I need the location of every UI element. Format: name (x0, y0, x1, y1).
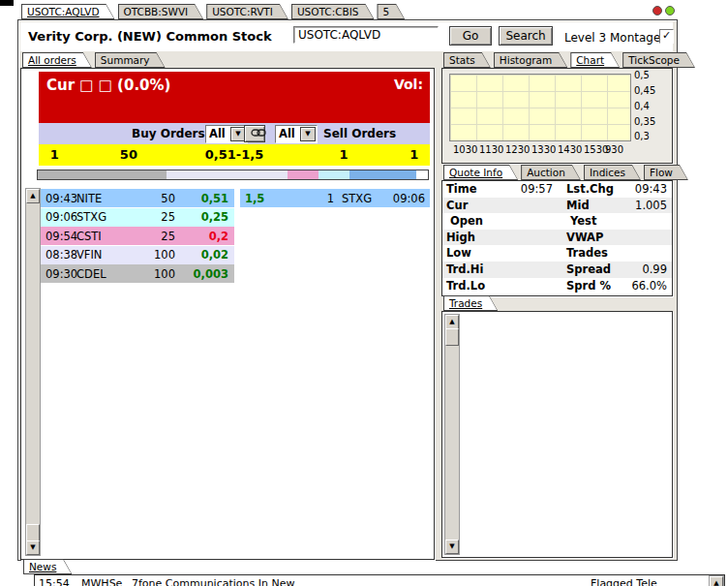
link-icon (251, 128, 266, 138)
scrollbar-thumb[interactable] (445, 328, 459, 346)
tab-stats[interactable]: Stats (443, 52, 491, 68)
window-tab-usotc-cbis[interactable]: USOTC:CBIS (291, 4, 375, 19)
tab-label: OTCBB:SWVI (118, 4, 204, 19)
order-size: 100 (117, 267, 175, 281)
tab-label: Stats (443, 52, 491, 68)
sell-order-row[interactable]: 1,5 1 STXG 09:06 (240, 189, 430, 207)
tab-indices[interactable]: Indices (584, 165, 641, 180)
quote-label: VWAP (553, 230, 626, 246)
x-tick: 1330 (531, 144, 556, 155)
tab-label: USOTC:RVTI (206, 4, 288, 19)
sell-filter-select[interactable]: All ▼ (275, 125, 318, 143)
quote-label: Time (442, 181, 497, 198)
tab-label: Indices (584, 165, 641, 180)
tab-all-orders[interactable]: All orders (22, 52, 92, 68)
quote-info-panel: Time09:57 Lst.Chg09:43 Cur Mid1.005 Open… (441, 180, 673, 296)
tab-summary[interactable]: Summary (95, 52, 166, 68)
window-dot-green-icon[interactable] (665, 6, 675, 15)
ask-count: 1 (410, 147, 418, 162)
tab-label: USOTC:AQLVD (21, 4, 115, 19)
quote-value: 09:57 (497, 181, 553, 198)
order-time: 09:54 (41, 230, 76, 243)
quote-value: 09:43 (626, 181, 672, 198)
market-depth-bar (37, 170, 429, 180)
quote-label: High (442, 230, 497, 246)
symbol-input[interactable] (293, 26, 439, 44)
tab-trades[interactable]: Trades (443, 295, 498, 311)
scroll-up-icon[interactable]: ▲ (710, 576, 723, 586)
order-filter-row: Buy Orders All ▼ All ▼ Sell Orders (39, 123, 430, 144)
window-tab-5[interactable]: 5 (377, 4, 405, 19)
tab-flow[interactable]: Flow (644, 165, 688, 180)
buy-order-row[interactable]: 09:30 CDEL 100 0,003 (41, 264, 234, 283)
window-tab-usotc-aqlvd[interactable]: USOTC:AQLVD (21, 4, 115, 19)
quote-label: Low (442, 245, 497, 262)
news-tab-strip: News (23, 559, 72, 574)
buy-filter-select[interactable]: All ▼ (205, 125, 248, 143)
order-price: 0,51 (175, 192, 234, 205)
scroll-down-icon[interactable]: ▼ (26, 540, 40, 555)
link-filters-button[interactable] (244, 125, 265, 142)
scroll-up-icon[interactable]: ▲ (445, 315, 459, 329)
quote-label: Lst.Chg (553, 181, 626, 198)
depth-segment (167, 170, 288, 179)
current-price-banner: Cur □ □ (0.0%) Vol: (39, 72, 430, 123)
order-price: 0,003 (175, 267, 234, 281)
go-button[interactable]: Go (449, 26, 492, 46)
window-dot-red-icon[interactable] (652, 6, 662, 15)
news-panel: 15:54 MWHSe 7fone Communications In New … (34, 574, 725, 586)
quote-row: Trd.Hi Spread0.99 (442, 262, 672, 278)
chart-panel: 0,5 0,45 0,4 0,35 0,3 1030 1130 1230 133… (441, 68, 673, 164)
vol-label: Vol: (394, 77, 423, 92)
montage-window: Verity Corp. (NEW) Common Stock Go Searc… (17, 19, 678, 561)
tab-auction[interactable]: Auction (521, 165, 581, 180)
buy-order-row[interactable]: 09:43 NITE 50 0,51 (41, 189, 234, 207)
quote-tab-strip: Quote Info Auction Indices Flow (443, 165, 688, 180)
chevron-down-icon[interactable]: ▼ (300, 127, 316, 141)
depth-segment (318, 170, 349, 179)
order-time: 09:43 (41, 192, 76, 205)
order-time: 09:06 (384, 192, 430, 205)
orderbook-scrollbar[interactable]: ▲ ▼ (25, 188, 41, 556)
order-time: 09:30 (41, 267, 76, 281)
market-maker: VFIN (76, 248, 117, 262)
sell-orders-label: Sell Orders (323, 127, 396, 140)
tab-label: Chart (570, 52, 620, 68)
x-tick: 930 (605, 144, 623, 155)
tab-quote-info[interactable]: Quote Info (443, 165, 518, 180)
order-time: 08:38 (41, 248, 76, 262)
scroll-down-icon[interactable]: ▼ (445, 540, 459, 554)
tab-chart[interactable]: Chart (570, 52, 620, 68)
trades-scrollbar[interactable]: ▲ ▼ (444, 314, 460, 555)
search-button[interactable]: Search (499, 26, 553, 46)
quote-row: Cur Mid1.005 (442, 198, 672, 214)
news-row[interactable]: 15:54 MWHSe 7fone Communications In New … (39, 577, 707, 586)
news-time: 15:54 (39, 577, 81, 586)
corner-chip (0, 0, 14, 6)
buy-order-row[interactable]: 09:54 CSTI 25 0,2 (41, 227, 234, 245)
buy-order-row[interactable]: 09:06 STXG 25 0,25 (41, 208, 234, 227)
quote-label: Mid (553, 198, 626, 214)
scroll-up-icon[interactable]: ▲ (26, 189, 40, 203)
window-tab-otcbb-swvi[interactable]: OTCBB:SWVI (118, 4, 204, 19)
level3-montage-checkbox[interactable]: ✓ (659, 29, 674, 44)
tab-tickscope[interactable]: TickScope (622, 52, 695, 68)
news-scrollbar[interactable]: ▲ (709, 575, 724, 586)
quote-value (626, 230, 672, 246)
level1-summary-row: 1 50 0,51-1,5 1 1 (39, 144, 430, 166)
tab-news[interactable]: News (23, 559, 72, 574)
tab-label: Histogram (494, 52, 567, 68)
buy-order-row[interactable]: 08:38 VFIN 100 0,02 (41, 246, 234, 264)
quote-value: 1.005 (626, 198, 672, 214)
x-tick: 1230 (505, 144, 530, 155)
tab-histogram[interactable]: Histogram (494, 52, 567, 68)
y-tick: 0,35 (634, 116, 655, 127)
tab-label: Flow (644, 165, 688, 180)
window-tab-usotc-rvti[interactable]: USOTC:RVTI (206, 4, 288, 19)
check-icon: ✓ (662, 29, 671, 42)
order-time: 09:06 (41, 210, 76, 224)
scrollbar-thumb[interactable] (26, 524, 40, 541)
quote-row: Time09:57 Lst.Chg09:43 (442, 181, 672, 198)
sell-filter-value: All (279, 127, 295, 140)
quote-value (497, 230, 553, 246)
